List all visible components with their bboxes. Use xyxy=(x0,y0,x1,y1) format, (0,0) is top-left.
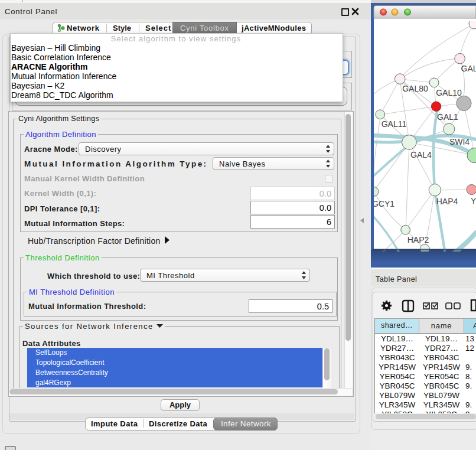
svg-text:GAL4: GAL4 xyxy=(410,150,432,159)
svg-text:SWI4: SWI4 xyxy=(449,137,470,146)
svg-text:GAL1: GAL1 xyxy=(437,112,458,122)
svg-text:HAP2: HAP2 xyxy=(407,235,429,244)
svg-text:GAL10: GAL10 xyxy=(436,88,462,97)
svg-text:HAP4: HAP4 xyxy=(436,197,458,206)
svg-text:YJL: YJL xyxy=(471,196,476,206)
svg-text:GAL11: GAL11 xyxy=(382,119,407,129)
svg-text:GCY1: GCY1 xyxy=(372,199,395,208)
svg-text:GAL7: GAL7 xyxy=(461,64,476,73)
svg-text:GAL80: GAL80 xyxy=(402,84,428,93)
